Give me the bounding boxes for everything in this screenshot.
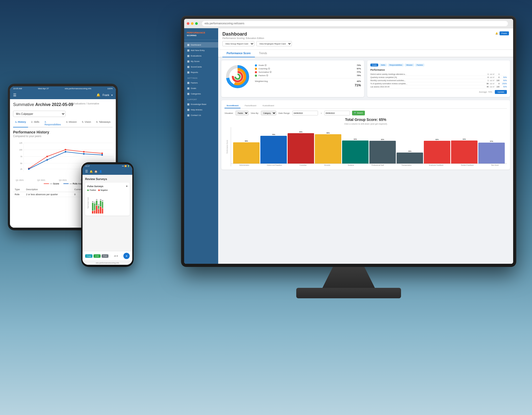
phone-home-icon[interactable]: 🏠 bbox=[94, 170, 97, 173]
bar-group-prof-staff[interactable]: 62% bbox=[369, 139, 396, 164]
bar-grounds[interactable] bbox=[315, 134, 341, 164]
tab-vision[interactable]: 5. Vision bbox=[80, 120, 93, 127]
tab-responsibilities[interactable]: 3.Responsibilities bbox=[42, 120, 63, 127]
bar-group-visitors[interactable]: 76% bbox=[260, 134, 287, 164]
settings-section-title: SETTINGS bbox=[184, 75, 218, 80]
sidebar-item-my-score[interactable]: My Score bbox=[184, 59, 218, 64]
tablet-tabs-row: 1. History 2. Skills 3.Responsibilities … bbox=[13, 120, 113, 127]
browser-minimize-dot[interactable] bbox=[191, 22, 194, 25]
bar-group-emp-feedback[interactable]: 62% bbox=[424, 139, 450, 164]
phone-person-icon[interactable]: 👤 bbox=[99, 170, 102, 173]
hamburger-menu[interactable]: ☰ bbox=[13, 93, 17, 97]
bell-icon[interactable]: 🔔 bbox=[96, 93, 100, 97]
date-from-input[interactable] bbox=[292, 111, 318, 115]
browser-url-bar[interactable]: edu.performancescoring.net/users bbox=[202, 21, 508, 26]
sidebar-item-contact[interactable]: Contact Us bbox=[184, 113, 218, 118]
bar-admin[interactable] bbox=[233, 142, 260, 164]
support-section-title: SUPPORT bbox=[184, 97, 218, 102]
sidebar-item-add-entry[interactable]: Add New Entry bbox=[184, 48, 218, 53]
browser-close-dot[interactable] bbox=[187, 22, 189, 25]
sidebar-item-dashboard[interactable]: Dashboard bbox=[184, 42, 218, 48]
scoreboard-card: ScoreBoard FactorBoard KudosBoard Visual… bbox=[221, 100, 510, 170]
sidebar-item-categories[interactable]: Categories bbox=[184, 91, 218, 97]
bar-transport[interactable] bbox=[397, 153, 423, 164]
legend-item-coaching: Coaching 🛈 57% bbox=[255, 67, 361, 70]
sidebar-add-label: Add New Entry bbox=[191, 49, 205, 52]
tab-takeaways[interactable]: 6. Takeaways bbox=[94, 120, 112, 127]
page-select[interactable]: 20 ▾ bbox=[114, 255, 118, 257]
sidebar-item-goals[interactable]: Goals bbox=[184, 86, 218, 91]
phone-hamburger[interactable]: ☰ bbox=[85, 170, 88, 173]
tablet-status-bar: 10:05 AM Wed Apr 27 edu.performancescori… bbox=[10, 86, 116, 91]
bar-custodian[interactable] bbox=[288, 133, 314, 164]
tab-history[interactable]: 1. History bbox=[13, 120, 28, 127]
print-button[interactable]: Print bbox=[102, 254, 108, 258]
cell-type: Role bbox=[13, 192, 24, 197]
sidebar-item-help[interactable]: Help Articles bbox=[184, 107, 218, 113]
tab-mission[interactable]: 4. Mission bbox=[64, 120, 79, 127]
pulse-pos-bar-2 bbox=[94, 203, 96, 210]
logo-performance: PERFORMANCE bbox=[187, 31, 205, 34]
sidebar-item-factors[interactable]: Factors bbox=[184, 80, 218, 86]
bar-prof-staff[interactable] bbox=[369, 141, 396, 164]
user-badge[interactable]: Frank bbox=[500, 31, 509, 35]
culpepper-select[interactable]: Mrs Culpepper bbox=[13, 111, 65, 117]
visualize-select[interactable]: Factor bbox=[235, 111, 249, 115]
svg-point-22 bbox=[46, 159, 48, 161]
pulse-menu-icon[interactable]: ≡ bbox=[126, 185, 128, 188]
sb-tab-kudosboard[interactable]: KudosBoard bbox=[260, 103, 276, 108]
svg-text:25: 25 bbox=[20, 168, 22, 170]
tab-skills[interactable]: 2. Skills bbox=[29, 120, 41, 127]
bar-group-transport[interactable]: 30% bbox=[397, 150, 423, 164]
pulse-legend: Positive Negative bbox=[87, 189, 128, 191]
fab-add-button[interactable]: + bbox=[123, 253, 130, 259]
date-to-input[interactable] bbox=[324, 111, 350, 115]
phone-bell-icon[interactable]: 🔔 bbox=[90, 170, 93, 173]
sidebar-item-knowledge[interactable]: Knowledge Base bbox=[184, 102, 218, 107]
sidebar-item-scorecards[interactable]: ScoreCards bbox=[184, 64, 218, 70]
sidebar-eval-label: Evaluations bbox=[191, 55, 201, 57]
tab-performance-score[interactable]: Performance Score bbox=[222, 50, 255, 57]
perf-tab-skills[interactable]: Skills bbox=[379, 64, 387, 66]
svg-point-21 bbox=[28, 168, 30, 170]
bar-non-grant[interactable] bbox=[478, 143, 505, 164]
tablet-nav-right: 🔔 Frank ▾ bbox=[96, 93, 113, 97]
sidebar-item-evaluations[interactable]: Evaluations bbox=[184, 53, 218, 59]
bar-group-admin[interactable]: 58% bbox=[233, 140, 260, 164]
csv-button[interactable]: CSV bbox=[94, 254, 100, 258]
bar-group-student-feedback[interactable]: 63% bbox=[451, 138, 478, 164]
bar-group-grounds[interactable]: 80% bbox=[315, 132, 341, 164]
monitor-stand bbox=[322, 267, 375, 288]
perf-tab-factors[interactable]: Factors bbox=[415, 64, 424, 66]
pagination-value: 20 bbox=[114, 255, 116, 257]
bar-visitors[interactable] bbox=[260, 136, 287, 164]
sb-tab-factorboard[interactable]: FactorBoard bbox=[243, 103, 258, 108]
bar-student-feedback[interactable] bbox=[451, 141, 478, 164]
sidebar-item-reports[interactable]: Reports bbox=[184, 70, 218, 75]
toolbar-right: 🔔 Frank bbox=[495, 31, 509, 35]
add-icon bbox=[187, 49, 189, 52]
copy-button[interactable]: Copy bbox=[85, 254, 92, 258]
svg-text:125: 125 bbox=[19, 142, 22, 144]
group-report-select[interactable]: View Group Report Card bbox=[222, 41, 254, 46]
employee-report-select[interactable]: View Employee Report Card bbox=[256, 41, 292, 46]
page-subtitle: Performance Scoring: Education Edition bbox=[222, 37, 264, 40]
pulse-chart-wrapper: Total Answer Count 25 bbox=[87, 193, 128, 214]
tab-trends[interactable]: Trends bbox=[255, 50, 271, 57]
browser-maximize-dot[interactable] bbox=[195, 22, 198, 25]
bar-chart-content: 58% 76% 83 bbox=[231, 127, 507, 166]
search-button[interactable]: 🔍 Search bbox=[352, 111, 365, 115]
perf-tab-responsibilities[interactable]: Responsibilities bbox=[388, 64, 404, 66]
chevron-down-icon[interactable]: ▾ bbox=[111, 94, 113, 97]
bar-students[interactable] bbox=[342, 141, 369, 164]
col-description: Description bbox=[24, 187, 73, 192]
sb-tab-scoreboard[interactable]: ScoreBoard bbox=[224, 103, 240, 108]
bar-group-custodian[interactable]: 83% bbox=[288, 131, 314, 164]
view-by-select[interactable]: Category bbox=[261, 111, 276, 115]
bar-emp-feedback[interactable] bbox=[424, 141, 450, 164]
bar-group-non-grant[interactable]: 57% bbox=[478, 141, 505, 164]
bar-group-students[interactable]: 63% bbox=[342, 138, 369, 164]
perf-tab-goals[interactable]: Goals bbox=[370, 64, 378, 66]
update-button[interactable]: Update bbox=[495, 90, 507, 94]
perf-tab-mission[interactable]: Mission bbox=[405, 64, 414, 66]
